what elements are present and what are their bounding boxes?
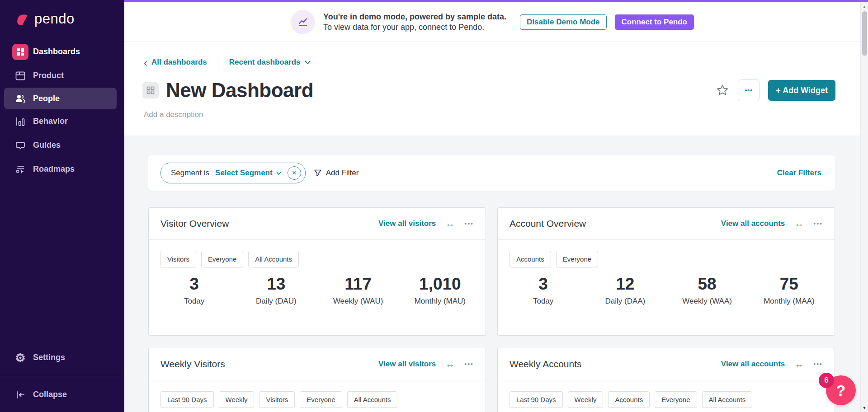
sidebar-item-settings[interactable]: ⚙ Settings — [0, 346, 124, 370]
chip: All Accounts — [248, 251, 299, 267]
dashboard-grid-icon — [142, 82, 159, 98]
stat-today: 3 Today — [502, 275, 584, 306]
stat-today: 3 Today — [153, 275, 235, 306]
add-filter-button[interactable]: Add Filter — [314, 169, 359, 178]
stat-weekly: 58 Weekly (WAA) — [666, 275, 748, 306]
widget-header: Weekly Accounts View all accounts ↔ ••• — [498, 348, 835, 380]
question-mark-icon: ? — [836, 382, 846, 399]
sidebar-item-label: Collapse — [33, 390, 67, 399]
sidebar-collapse-button[interactable]: Collapse — [0, 383, 124, 407]
connect-to-pendo-button[interactable]: Connect to Pendo — [615, 14, 694, 30]
dashboards-icon — [12, 44, 28, 60]
stat-monthly: 1,010 Monthly (MAU) — [399, 275, 481, 306]
widget-more-icon[interactable]: ••• — [464, 360, 474, 368]
sidebar-item-roadmaps[interactable]: Roadmaps — [0, 157, 124, 181]
back-chevron-icon: ‹ — [144, 59, 147, 66]
widget-title: Weekly Accounts — [509, 359, 582, 370]
disable-demo-mode-button[interactable]: Disable Demo Mode — [520, 14, 607, 30]
widget-chips: Visitors Everyone All Accounts — [149, 240, 486, 267]
scrollbar-thumb[interactable] — [862, 11, 867, 56]
chart-line-icon — [291, 10, 315, 34]
demo-mode-banner: You're in demo mode, powered by sample d… — [124, 2, 868, 42]
stat-weekly: 117 Weekly (WAU) — [317, 275, 399, 306]
chip: Weekly — [568, 391, 604, 408]
sidebar-item-behavior[interactable]: Behavior — [0, 109, 124, 133]
stat-daily: 13 Daily (DAU) — [235, 275, 317, 306]
chip: Last 90 Days — [509, 391, 563, 408]
segment-prefix-label: Segment is — [171, 169, 209, 178]
widget-chips: Accounts Everyone — [498, 240, 835, 267]
widget-more-icon[interactable]: ••• — [813, 360, 823, 368]
sidebar-nav: Dashboards Product — [0, 40, 124, 181]
sidebar-item-label: Dashboards — [33, 47, 80, 56]
sidebar-item-product[interactable]: Product — [0, 64, 124, 88]
content-area: Segment is Select Segment × Add Filter C… — [124, 136, 860, 412]
chip: Everyone — [556, 251, 598, 267]
clear-filters-button[interactable]: Clear Filters — [777, 169, 821, 178]
sidebar-item-label: Roadmaps — [33, 164, 75, 174]
behavior-icon — [12, 116, 28, 127]
vertical-scrollbar[interactable]: ▲ ▼ — [860, 2, 868, 412]
widget-actions: View all accounts ↔ ••• — [721, 359, 823, 370]
widget-more-icon[interactable]: ••• — [813, 220, 823, 227]
description-placeholder[interactable]: Add a description — [144, 110, 203, 119]
funnel-icon — [314, 169, 322, 177]
pendo-logo[interactable]: pendo — [0, 0, 124, 27]
sidebar-item-label: People — [33, 94, 60, 103]
widget-visitor-overview: Visitor Overview View all visitors ↔ •••… — [148, 207, 486, 336]
resize-widget-icon[interactable]: ↔ — [794, 359, 804, 370]
view-all-visitors-link[interactable]: View all visitors — [378, 360, 436, 369]
demo-banner-subtitle: To view data for your app, connect to Pe… — [323, 22, 506, 33]
view-all-visitors-link[interactable]: View all visitors — [378, 219, 436, 228]
guides-icon — [12, 140, 28, 151]
sidebar-item-people[interactable]: People — [4, 88, 117, 109]
main-area: You're in demo mode, powered by sample d… — [124, 0, 868, 412]
chip: Everyone — [300, 391, 342, 408]
widget-chips: Last 90 Days Weekly Accounts Everyone Al… — [498, 380, 835, 408]
collapse-icon — [12, 389, 28, 400]
pendo-logo-icon — [15, 12, 30, 27]
sidebar-item-label: Settings — [33, 353, 65, 362]
add-filter-label: Add Filter — [326, 169, 359, 178]
sidebar-item-guides[interactable]: Guides — [0, 133, 124, 157]
widget-header: Account Overview View all accounts ↔ ••• — [498, 208, 835, 240]
product-icon — [12, 70, 28, 81]
page-header: ‹ All dashboards Recent dashboards — [124, 42, 868, 136]
resize-widget-icon[interactable]: ↔ — [445, 218, 455, 229]
widget-grid: Visitor Overview View all visitors ↔ •••… — [148, 207, 835, 412]
chip: Visitors — [160, 251, 196, 267]
widget-more-icon[interactable]: ••• — [464, 220, 474, 227]
header-actions: ••• + Add Widget — [716, 80, 835, 101]
widget-stats: 3 Today 13 Daily (DAU) 117 Weekly (WAU) — [149, 275, 486, 306]
resize-widget-icon[interactable]: ↔ — [445, 359, 455, 370]
help-button[interactable]: 6 ? — [826, 375, 856, 405]
scroll-up-arrow-icon[interactable]: ▲ — [861, 5, 868, 9]
breadcrumb-all-dashboards[interactable]: All dashboards — [151, 58, 207, 67]
scroll-down-arrow-icon[interactable]: ▼ — [861, 406, 868, 410]
widget-weekly-accounts: Weekly Accounts View all accounts ↔ ••• … — [497, 348, 835, 412]
breadcrumb-recent-dashboards[interactable]: Recent dashboards — [229, 58, 301, 67]
widget-account-overview: Account Overview View all accounts ↔ •••… — [497, 207, 835, 336]
roadmaps-icon — [12, 164, 28, 175]
segment-filter-pill: Segment is Select Segment × — [160, 163, 306, 183]
sidebar-item-dashboards[interactable]: Dashboards — [0, 40, 124, 64]
resize-widget-icon[interactable]: ↔ — [794, 218, 804, 229]
people-icon — [12, 93, 28, 104]
widget-actions: View all visitors ↔ ••• — [378, 359, 474, 370]
view-all-accounts-link[interactable]: View all accounts — [721, 219, 785, 228]
view-all-accounts-link[interactable]: View all accounts — [721, 360, 785, 369]
widget-actions: View all visitors ↔ ••• — [378, 218, 474, 229]
favorite-star-icon[interactable] — [716, 84, 729, 97]
widget-actions: View all accounts ↔ ••• — [721, 218, 823, 229]
remove-filter-button[interactable]: × — [288, 166, 301, 180]
title-row: New Dashboard — [142, 79, 313, 102]
sidebar-item-label: Behavior — [33, 117, 68, 126]
stat-monthly: 75 Monthly (MAA) — [748, 275, 830, 306]
segment-select-dropdown[interactable]: Select Segment — [215, 169, 273, 178]
chip: All Accounts — [702, 391, 753, 408]
sidebar-bottom: ⚙ Settings Collapse — [0, 346, 124, 412]
chip: All Accounts — [347, 391, 398, 408]
dashboard-more-button[interactable]: ••• — [738, 80, 760, 101]
stat-daily: 12 Daily (DAA) — [584, 275, 666, 306]
add-widget-button[interactable]: + Add Widget — [768, 80, 835, 101]
